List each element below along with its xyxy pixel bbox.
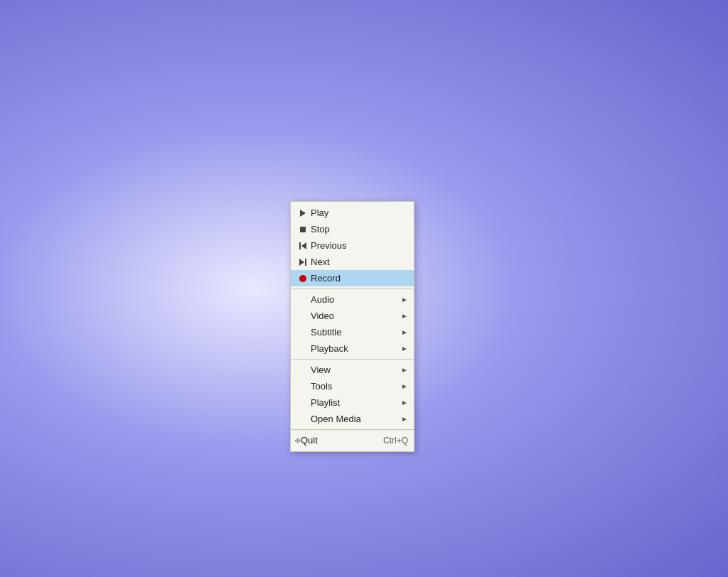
menu-item-playback[interactable]: Playback ► <box>291 340 414 357</box>
audio-label: Audio <box>311 294 398 305</box>
open-media-arrow: ► <box>401 415 408 423</box>
separator-2 <box>291 359 414 360</box>
view-label: View <box>311 365 398 375</box>
stop-icon <box>295 227 311 232</box>
subtitle-label: Subtitle <box>311 327 398 338</box>
menu-item-next[interactable]: Next <box>291 254 414 270</box>
playback-arrow: ► <box>401 345 408 352</box>
quit-icon: ⎆ <box>295 435 301 446</box>
menu-item-subtitle[interactable]: Subtitle ► <box>291 324 414 340</box>
next-icon <box>295 259 311 266</box>
menu-item-open-media[interactable]: Open Media ► <box>291 411 414 427</box>
record-label: Record <box>311 273 408 284</box>
audio-arrow: ► <box>401 296 408 303</box>
video-arrow: ► <box>401 312 408 320</box>
playback-label: Playback <box>311 343 398 354</box>
playlist-label: Playlist <box>311 397 398 408</box>
next-label: Next <box>311 257 408 267</box>
menu-item-tools[interactable]: Tools ► <box>291 378 414 394</box>
play-icon <box>295 210 311 217</box>
quit-label: Quit <box>301 435 318 446</box>
context-menu: Play Stop Previous Next Re <box>290 201 414 452</box>
record-icon <box>295 275 311 282</box>
menu-item-record[interactable]: Record <box>291 270 414 286</box>
separator-3 <box>291 429 414 430</box>
previous-icon <box>295 242 311 249</box>
menu-item-audio[interactable]: Audio ► <box>291 291 414 308</box>
previous-label: Previous <box>311 240 408 251</box>
play-label: Play <box>311 207 408 218</box>
menu-item-stop[interactable]: Stop <box>291 221 414 237</box>
subtitle-arrow: ► <box>401 328 408 336</box>
quit-shortcut: Ctrl+Q <box>383 436 408 446</box>
open-media-label: Open Media <box>311 414 398 424</box>
video-label: Video <box>311 311 398 321</box>
tools-arrow: ► <box>401 382 408 390</box>
menu-item-view[interactable]: View ► <box>291 362 414 378</box>
menu-item-play[interactable]: Play <box>291 205 414 221</box>
menu-item-previous[interactable]: Previous <box>291 237 414 254</box>
tools-label: Tools <box>311 381 398 392</box>
playlist-arrow: ► <box>401 399 408 406</box>
stop-label: Stop <box>311 224 408 234</box>
view-arrow: ► <box>401 366 408 374</box>
menu-item-playlist[interactable]: Playlist ► <box>291 394 414 411</box>
menu-item-video[interactable]: Video ► <box>291 308 414 324</box>
menu-item-quit[interactable]: ⎆ Quit Ctrl+Q <box>291 432 414 448</box>
separator-1 <box>291 288 414 289</box>
